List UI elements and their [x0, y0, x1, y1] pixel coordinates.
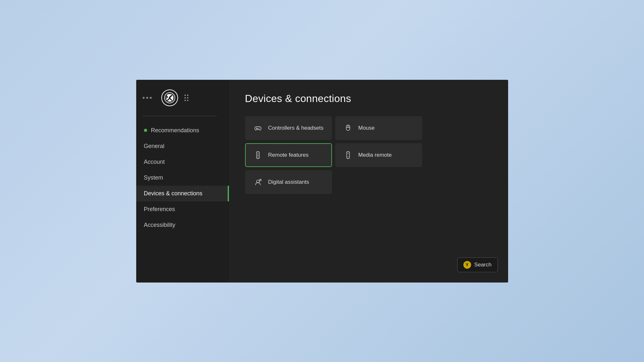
- media-remote-label: Media remote: [358, 152, 392, 158]
- sidebar-label-general: General: [144, 143, 165, 150]
- svg-point-4: [258, 128, 259, 129]
- svg-point-3: [259, 127, 260, 128]
- sidebar-header: [136, 89, 229, 116]
- sidebar-label-preferences: Preferences: [144, 206, 175, 213]
- menu-dot-5: [185, 100, 186, 101]
- sidebar-item-general[interactable]: General: [136, 138, 229, 154]
- recommendations-dot: [144, 129, 147, 132]
- grid-item-media-remote[interactable]: Media remote: [335, 143, 422, 167]
- svg-point-15: [347, 156, 348, 157]
- sidebar-label-account: Account: [144, 159, 165, 165]
- sidebar-item-devices[interactable]: Devices & connections: [136, 186, 229, 201]
- sidebar-divider: [143, 116, 217, 116]
- sidebar-label-system: System: [144, 174, 163, 181]
- xbox-logo-svg: [164, 92, 175, 104]
- sidebar-item-system[interactable]: System: [136, 170, 229, 186]
- xbox-logo: [161, 89, 178, 106]
- grid-item-controllers[interactable]: Controllers & headsets: [245, 116, 332, 140]
- sidebar-item-account[interactable]: Account: [136, 154, 229, 170]
- sidebar-label-devices: Devices & connections: [144, 190, 203, 197]
- grid-container: Controllers & headsets Mouse: [245, 116, 492, 194]
- sidebar-item-recommendations[interactable]: Recommendations: [136, 123, 229, 138]
- grid-item-remote-features[interactable]: Remote features: [245, 143, 332, 167]
- grid-item-mouse[interactable]: Mouse: [335, 116, 422, 140]
- sidebar-label-recommendations: Recommendations: [151, 127, 199, 134]
- svg-point-13: [257, 157, 258, 158]
- svg-point-12: [257, 156, 258, 157]
- search-button[interactable]: Y Search: [457, 257, 498, 272]
- digital-assistants-label: Digital assistants: [268, 179, 309, 185]
- controllers-label: Controllers & headsets: [268, 125, 324, 131]
- sidebar: Recommendations General Account System D…: [136, 80, 229, 283]
- sidebar-item-preferences[interactable]: Preferences: [136, 201, 229, 217]
- sidebar-label-accessibility: Accessibility: [144, 222, 175, 228]
- media-remote-icon: [344, 151, 353, 159]
- menu-dot-4: [187, 97, 188, 98]
- dots-menu: [143, 97, 152, 99]
- menu-dot-2: [187, 95, 188, 96]
- menu-dot-6: [187, 100, 188, 101]
- settings-window: Recommendations General Account System D…: [136, 80, 508, 283]
- menu-dot-3: [185, 97, 186, 98]
- controller-icon: [253, 124, 262, 132]
- page-title: Devices & connections: [245, 93, 492, 105]
- menu-dot-1: [185, 95, 186, 96]
- y-button-label: Y: [466, 262, 469, 267]
- dot-1: [143, 97, 145, 99]
- menu-dots[interactable]: [185, 95, 188, 101]
- mouse-icon: [344, 124, 353, 132]
- grid-item-digital-assistants[interactable]: Digital assistants: [245, 170, 332, 194]
- dot-2: [146, 97, 148, 99]
- search-label: Search: [474, 262, 492, 268]
- assistant-icon: [253, 178, 262, 186]
- dot-3: [150, 97, 152, 99]
- mouse-label: Mouse: [358, 125, 375, 131]
- svg-point-8: [347, 126, 348, 126]
- remote-features-label: Remote features: [268, 152, 309, 158]
- remote-icon: [253, 151, 262, 159]
- main-content: Devices & connections Controllers & head…: [229, 80, 508, 283]
- svg-rect-14: [346, 152, 349, 159]
- y-button: Y: [463, 261, 471, 269]
- sidebar-item-accessibility[interactable]: Accessibility: [136, 217, 229, 233]
- svg-point-11: [257, 154, 258, 155]
